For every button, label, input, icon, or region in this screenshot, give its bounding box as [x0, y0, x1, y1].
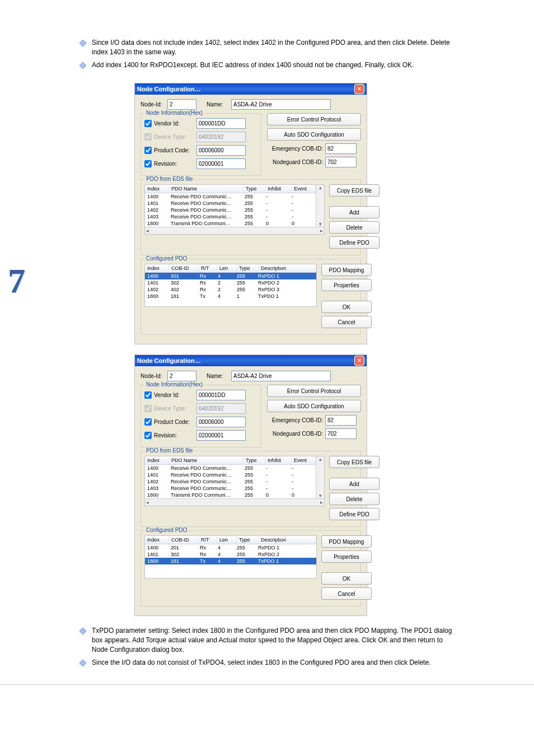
table-row[interactable]: 1401Receive PDO Communic…255--: [145, 472, 316, 478]
revision-checkbox[interactable]: [144, 160, 152, 167]
vscrollbar[interactable]: ▴▾: [316, 456, 324, 498]
col-len[interactable]: Len: [217, 536, 237, 544]
auto-sdo-button[interactable]: Auto SDO Configuration: [267, 400, 361, 412]
vscrollbar[interactable]: ▴▾: [316, 185, 324, 227]
pdo-mapping-button[interactable]: PDO Mapping: [321, 264, 372, 276]
configured-pdo-table[interactable]: Index COB-ID R/T Len Type Description 14…: [144, 535, 317, 578]
pdo-mapping-button[interactable]: PDO Mapping: [321, 535, 372, 548]
close-icon[interactable]: ×: [354, 84, 364, 94]
nodeid-field[interactable]: [167, 371, 196, 381]
scroll-up-icon[interactable]: ▴: [319, 185, 322, 190]
col-index[interactable]: Index: [145, 185, 169, 193]
col-index[interactable]: Index: [145, 456, 169, 464]
col-cobid[interactable]: COB-ID: [169, 264, 199, 272]
table-row[interactable]: 1401Receive PDO Communic…255--: [145, 200, 316, 207]
add-button[interactable]: Add: [329, 206, 380, 218]
col-inhibit[interactable]: Inhibit: [265, 456, 292, 464]
col-cobid[interactable]: COB-ID: [169, 536, 199, 544]
table-row[interactable]: 1401302Rx2255RxPDO 2: [145, 279, 316, 286]
scroll-up-icon[interactable]: ▴: [319, 456, 322, 462]
emcob-field[interactable]: [325, 415, 357, 426]
scroll-left-icon[interactable]: ◂: [146, 228, 149, 234]
prodcode-field[interactable]: [196, 417, 246, 427]
configured-pdo-table[interactable]: Index COB-ID R/T Len Type Description 14…: [144, 264, 317, 307]
scroll-down-icon[interactable]: ▾: [319, 221, 322, 227]
titlebar[interactable]: Node Configuration… ×: [135, 83, 367, 95]
col-rt[interactable]: R/T: [199, 264, 217, 272]
close-icon[interactable]: ×: [354, 356, 364, 366]
define-pdo-button[interactable]: Define PDO: [329, 508, 380, 520]
copy-eds-button[interactable]: Copy EDS file: [329, 456, 380, 468]
ok-button[interactable]: OK: [321, 301, 372, 313]
scroll-left-icon[interactable]: ◂: [146, 500, 149, 505]
ngcob-field[interactable]: [325, 428, 357, 439]
hscrollbar[interactable]: ◂▸: [145, 498, 324, 506]
properties-button[interactable]: Properties: [321, 279, 372, 291]
delete-button[interactable]: Delete: [329, 221, 380, 234]
scroll-down-icon[interactable]: ▾: [319, 493, 322, 498]
table-row[interactable]: 1403Receive PDO Communic…255--: [145, 213, 316, 220]
prodcode-field[interactable]: [196, 145, 246, 156]
table-row[interactable]: 1402Receive PDO Communic…255--: [145, 478, 316, 485]
revision-field[interactable]: [196, 158, 246, 169]
table-row[interactable]: 1402402Rx2255RxPDO 3: [145, 286, 316, 293]
table-row[interactable]: 1400201Rx4255RxPDO 1: [145, 273, 316, 279]
cancel-button[interactable]: Cancel: [321, 587, 372, 600]
table-row[interactable]: 1400Receive PDO Communic…255--: [145, 193, 316, 200]
cancel-button[interactable]: Cancel: [321, 316, 372, 328]
col-type[interactable]: Type: [237, 264, 259, 272]
table-row[interactable]: 1800Transmit PDO Communi…25500: [145, 220, 316, 227]
table-row[interactable]: 1403Receive PDO Communic…255--: [145, 485, 316, 492]
vendorid-checkbox[interactable]: [144, 391, 152, 399]
hscrollbar[interactable]: ◂▸: [145, 227, 324, 234]
col-name[interactable]: PDO Name: [169, 185, 243, 193]
vendorid-field[interactable]: [196, 390, 246, 400]
col-inhibit[interactable]: Inhibit: [265, 185, 292, 193]
col-type[interactable]: Type: [237, 536, 259, 544]
scroll-right-icon[interactable]: ▸: [320, 228, 323, 234]
col-name[interactable]: PDO Name: [169, 456, 243, 464]
col-rt[interactable]: R/T: [199, 536, 217, 544]
table-row[interactable]: 1800181Tx41TxPDO 1: [145, 293, 316, 300]
table-row[interactable]: 1401302Rx4255RxPDO 2: [145, 551, 316, 558]
col-index[interactable]: Index: [145, 536, 169, 544]
table-row[interactable]: 1400201Rx4255RxPDO 1: [145, 544, 316, 551]
auto-sdo-button[interactable]: Auto SDO Configuration: [267, 128, 361, 141]
vendorid-field[interactable]: [196, 118, 246, 129]
col-desc[interactable]: Description: [259, 264, 316, 272]
col-desc[interactable]: Description: [259, 536, 316, 544]
col-event[interactable]: Event: [292, 456, 316, 464]
scroll-right-icon[interactable]: ▸: [320, 500, 323, 505]
revision-checkbox[interactable]: [144, 432, 152, 439]
prodcode-checkbox[interactable]: [144, 418, 152, 426]
col-len[interactable]: Len: [217, 264, 237, 272]
delete-button[interactable]: Delete: [329, 493, 380, 505]
revision-field[interactable]: [196, 430, 246, 441]
table-row[interactable]: 1800181Tx4255TxPDO 1: [145, 558, 316, 564]
col-type[interactable]: Type: [243, 456, 265, 464]
diamond-bullet-icon: [78, 61, 87, 70]
name-field[interactable]: [231, 371, 331, 381]
properties-button[interactable]: Properties: [321, 550, 372, 563]
nodeid-field[interactable]: [167, 99, 196, 110]
pdo-eds-table[interactable]: Index PDO Name Type Inhibit Event 1400Re…: [144, 456, 325, 506]
ngcob-field[interactable]: [325, 157, 357, 167]
col-event[interactable]: Event: [292, 185, 316, 193]
table-row[interactable]: 1800Transmit PDO Communi…25500: [145, 492, 316, 498]
emcob-field[interactable]: [325, 143, 357, 154]
col-index[interactable]: Index: [145, 264, 169, 272]
table-row[interactable]: 1402Receive PDO Communic…255--: [145, 207, 316, 213]
define-pdo-button[interactable]: Define PDO: [329, 236, 380, 249]
vendorid-checkbox[interactable]: [144, 120, 152, 127]
error-control-button[interactable]: Error Control Protocol: [267, 385, 361, 397]
prodcode-checkbox[interactable]: [144, 147, 152, 154]
name-field[interactable]: [231, 99, 331, 110]
col-type[interactable]: Type: [243, 185, 265, 193]
error-control-button[interactable]: Error Control Protocol: [267, 113, 361, 125]
table-row[interactable]: 1400Receive PDO Communic…255--: [145, 465, 316, 472]
copy-eds-button[interactable]: Copy EDS file: [329, 184, 380, 197]
titlebar[interactable]: Node Configuration… ×: [135, 355, 367, 366]
pdo-eds-table[interactable]: Index PDO Name Type Inhibit Event 1400Re…: [144, 184, 325, 235]
add-button[interactable]: Add: [329, 478, 380, 490]
ok-button[interactable]: OK: [321, 572, 372, 585]
